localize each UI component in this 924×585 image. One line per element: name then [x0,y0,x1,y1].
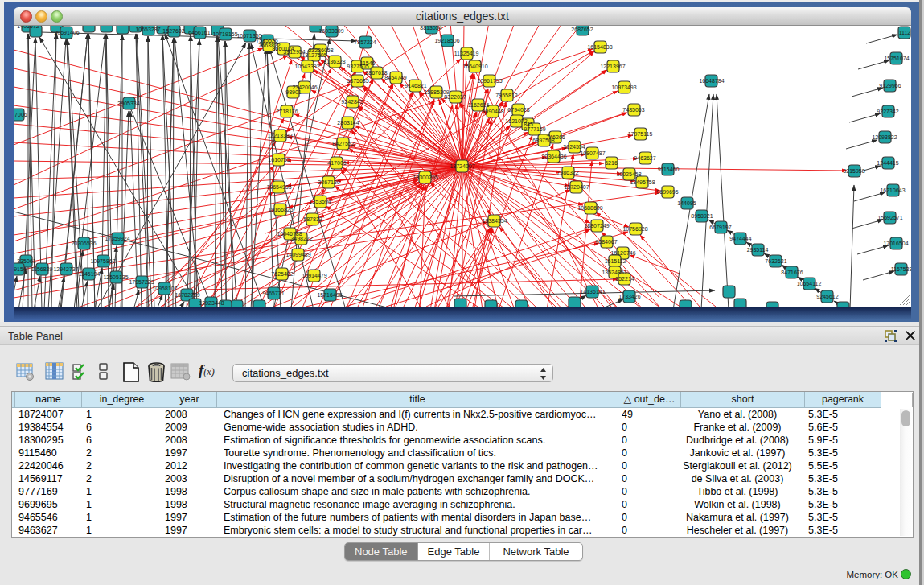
svg-text:9463627: 9463627 [634,155,655,161]
svg-text:13720407: 13720407 [564,184,589,190]
svg-text:19166825: 19166825 [268,207,293,212]
svg-text:1167533: 1167533 [891,266,911,272]
svg-text:9227342: 9227342 [877,109,898,114]
svg-text:17975115: 17975115 [628,131,653,137]
svg-text:10958107: 10958107 [152,286,177,291]
svg-text:3267130: 3267130 [318,179,339,185]
svg-text:1353594: 1353594 [309,199,331,204]
svg-text:10756928: 10756928 [622,226,647,232]
svg-text:16640910: 16640910 [462,64,487,69]
svg-text:5875685: 5875685 [347,78,368,84]
svg-text:13524851: 13524851 [602,270,626,275]
svg-text:17957223: 17957223 [129,279,154,285]
svg-text:15751074: 15751074 [884,56,909,61]
svg-text:18300295: 18300295 [413,175,437,180]
svg-text:20364436: 20364436 [541,154,566,159]
svg-text:19218506: 19218506 [434,38,459,43]
svg-text:9684067: 9684067 [595,239,617,245]
svg-text:9129966: 9129966 [879,83,901,89]
svg-text:16120746: 16120746 [610,250,635,256]
svg-text:19654985: 19654985 [266,184,291,190]
svg-text:10961755: 10961755 [477,78,502,84]
svg-text:8136328: 8136328 [323,59,345,64]
svg-text:2935114: 2935114 [747,247,769,253]
svg-text:10025458: 10025458 [616,171,641,177]
svg-text:18724007: 18724007 [450,163,474,169]
svg-text:8427552: 8427552 [332,141,354,146]
svg-text:10688609: 10688609 [577,205,602,211]
svg-text:9115460: 9115460 [658,167,680,172]
svg-text:10654112: 10654112 [797,281,822,286]
svg-text:16033809: 16033809 [318,28,343,34]
svg-text:2803144: 2803144 [337,120,359,126]
svg-text:417006: 417006 [14,112,27,117]
svg-text:17359924: 17359924 [105,236,129,241]
svg-text:9990448: 9990448 [482,109,503,114]
svg-text:15692571: 15692571 [877,215,902,220]
svg-text:7485063: 7485063 [622,107,644,113]
svg-text:8454749: 8454749 [384,75,406,80]
svg-text:10719155: 10719155 [212,31,237,37]
svg-text:10973493: 10973493 [611,84,636,90]
svg-text:3024554: 3024554 [563,144,585,150]
svg-text:8322037: 8322037 [444,94,466,100]
svg-text:1162615: 1162615 [468,102,490,108]
svg-text:1610755: 1610755 [268,157,290,163]
svg-text:335061: 335061 [17,258,35,264]
svg-text:98901: 98901 [285,89,302,95]
svg-text:8958921: 8958921 [691,213,713,219]
svg-text:17016504: 17016504 [883,241,908,246]
svg-text:9777169: 9777169 [524,126,545,132]
svg-text:8813054: 8813054 [420,25,441,31]
svg-text:7857224: 7857224 [354,39,376,45]
svg-text:16154838: 16154838 [587,44,612,50]
svg-text:12093822: 12093822 [872,134,897,140]
svg-text:39154: 39154 [14,266,27,272]
svg-text:12213967: 12213967 [600,64,625,69]
svg-text:13495758: 13495758 [630,179,655,185]
svg-text:7632621: 7632621 [765,258,786,264]
svg-text:6897508: 6897508 [532,138,554,143]
svg-text:9465771: 9465771 [262,290,284,296]
svg-text:1156829: 1156829 [31,266,53,272]
svg-text:2718176: 2718176 [276,109,298,114]
svg-text:15716485: 15716485 [317,292,342,298]
svg-text:7955812: 7955812 [495,93,517,98]
svg-text:9242845: 9242845 [341,99,363,105]
svg-text:2687652: 2687652 [571,27,593,32]
svg-text:16782759: 16782759 [175,292,199,298]
svg-text:6794028: 6794028 [507,107,529,113]
svg-text:20691406: 20691406 [54,30,79,35]
svg-text:587833: 587833 [303,216,322,222]
svg-text:10807487: 10807487 [580,150,605,156]
svg-text:1615112: 1615112 [605,258,626,264]
svg-text:9474444: 9474444 [729,236,751,241]
svg-text:1145194: 1145194 [79,271,101,277]
svg-text:1527602: 1527602 [162,28,184,34]
svg-text:16210643: 16210643 [880,187,905,193]
svg-text:11546: 11546 [360,60,376,66]
svg-text:13127505: 13127505 [302,52,326,58]
svg-text:18807249: 18807249 [584,223,609,229]
svg-text:7986322: 7986322 [556,170,578,175]
svg-text:6466161: 6466161 [188,30,210,35]
svg-text:12923448: 12923448 [199,300,224,306]
svg-text:12505135: 12505135 [103,274,128,280]
svg-text:10653287: 10653287 [135,27,160,32]
svg-text:16914479: 16914479 [302,273,326,278]
svg-text:6679197: 6679197 [709,225,731,230]
svg-text:8471676: 8471676 [781,270,803,275]
svg-text:14099489: 14099489 [285,252,310,257]
svg-text:3498222: 3498222 [290,236,312,241]
svg-text:19384554: 19384554 [482,218,507,224]
svg-text:12942737: 12942737 [53,266,78,272]
svg-text:144095: 144095 [677,200,696,206]
svg-text:9146821: 9146821 [405,83,426,89]
svg-text:7625402: 7625402 [271,271,293,277]
svg-text:12213383: 12213383 [267,133,292,138]
svg-text:1244415: 1244415 [877,160,898,166]
svg-text:9245612: 9245612 [816,294,838,299]
svg-text:11325419: 11325419 [454,51,479,56]
svg-text:1112: 1112 [899,30,911,35]
svg-text:14136141: 14136141 [580,289,605,295]
